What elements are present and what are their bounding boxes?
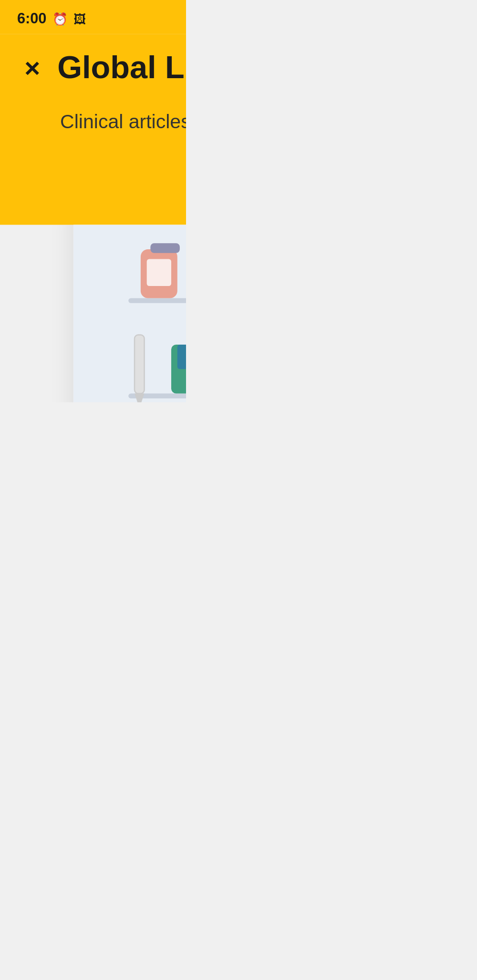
therapy-card[interactable]: Therapy [73, 225, 186, 402]
close-button[interactable]: × [24, 54, 40, 81]
subtitle: Clinical articles from the WHO COVID-19 … [24, 109, 186, 163]
alarm-icon: ⏰ [52, 11, 67, 25]
page-title: Global Literature [57, 49, 186, 87]
content-area: Therapy [0, 225, 186, 402]
svg-rect-30 [177, 344, 186, 368]
medicine-shelf-illustration [104, 225, 186, 402]
screen: 6:00 ⏰ 🖼 × Gl [0, 0, 186, 402]
card-image [73, 225, 186, 402]
header-area: × Global Literature Clinical articles fr… [0, 34, 186, 225]
header-top: × Global Literature [24, 49, 186, 87]
status-time: 6:00 [17, 10, 47, 27]
svg-rect-11 [150, 243, 180, 253]
svg-rect-8 [128, 298, 186, 303]
carousel[interactable]: Therapy [0, 225, 186, 402]
status-bar: 6:00 ⏰ 🖼 [0, 0, 186, 34]
gallery-icon: 🖼 [73, 11, 86, 25]
svg-rect-25 [135, 335, 145, 393]
svg-rect-10 [147, 259, 171, 286]
